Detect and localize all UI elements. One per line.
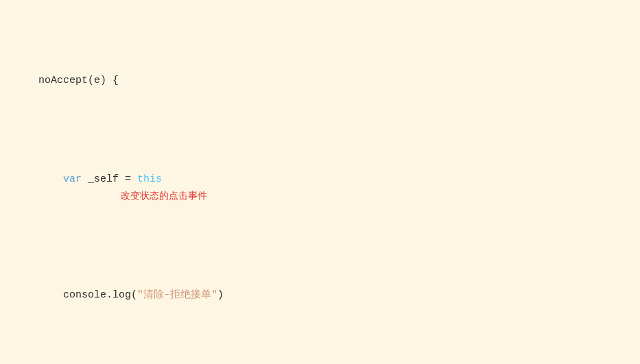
line-text: var _self = this [38,173,162,185]
code-line-3: console.log("清除-拒绝接单") [14,271,626,320]
code-block: noAccept(e) { var _self = this 改变状态的点击事件… [14,7,626,364]
line-text: noAccept(e) { [38,75,119,86]
line-text: console.log("清除-拒绝接单") [38,289,224,301]
code-line-2: var _self = this 改变状态的点击事件 [14,155,626,221]
annotation-change-state: 改变状态的点击事件 [121,190,207,201]
code-line-1: noAccept(e) { [14,56,626,106]
